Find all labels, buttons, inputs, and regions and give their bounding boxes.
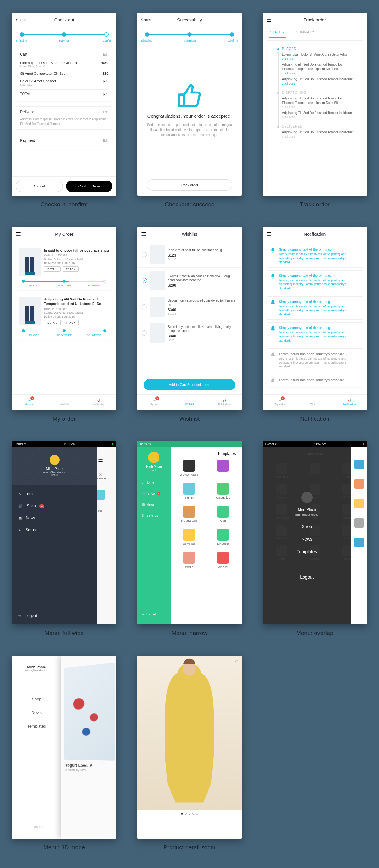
- tab-notification[interactable]: 📢Notification: [82, 395, 116, 410]
- dot[interactable]: [196, 813, 198, 815]
- menu-item-templates[interactable]: Templates: [297, 549, 317, 554]
- bell-icon: [270, 378, 276, 384]
- order-card[interactable]: Adipisicing Elit Sed Do Eiusmod Tempor I…: [16, 293, 112, 340]
- product-image: [19, 297, 41, 325]
- edit-link[interactable]: Edit: [103, 111, 108, 114]
- caption: Checkout: confirm: [40, 202, 88, 208]
- svg-rect-2: [25, 272, 30, 275]
- step-label: Shipping: [16, 39, 27, 42]
- menu-item-home[interactable]: ⌂Home: [12, 488, 97, 500]
- logout-button[interactable]: ↪Logout: [12, 610, 97, 624]
- template-item[interactable]: WORDPRESS: [174, 460, 205, 476]
- notification-item[interactable]: Simply dummy text of the printing.Lorem …: [267, 244, 363, 268]
- dot[interactable]: [181, 813, 183, 815]
- wishlist-item[interactable]: Excited it hastily an pasture it observe…: [137, 268, 242, 294]
- tab-wishlist[interactable]: ♡Wishlist: [47, 395, 82, 410]
- checkbox[interactable]: [142, 331, 147, 336]
- order-card[interactable]: In said to of poor full be post face snu…: [16, 245, 112, 290]
- tab-notification[interactable]: 📢Notification: [207, 395, 242, 410]
- menu-item-news[interactable]: News: [32, 710, 42, 715]
- template-item[interactable]: Complete: [174, 529, 205, 546]
- notification-item[interactable]: Simply dummy text of the printing.Lorem …: [267, 297, 363, 320]
- edit-link[interactable]: Edit: [103, 139, 108, 142]
- template-item[interactable]: Profile: [174, 552, 205, 568]
- add-to-cart-button[interactable]: Add to Cart Selected Items: [144, 379, 235, 391]
- template-icon[interactable]: [354, 460, 364, 469]
- menu-item-shop[interactable]: 🛒Shop4: [12, 500, 97, 512]
- menu-item-settings[interactable]: ⚙Settings: [137, 510, 171, 521]
- dot[interactable]: [192, 813, 194, 815]
- template-icon[interactable]: [354, 499, 364, 508]
- tab-summary[interactable]: SUMMARY: [295, 27, 316, 37]
- tab-myorder[interactable]: ☰3My order: [137, 395, 172, 410]
- back-button[interactable]: back: [141, 17, 152, 23]
- detail-button[interactable]: DETAIL: [44, 267, 60, 272]
- menu-item-logout[interactable]: Logout: [30, 825, 43, 829]
- svg-rect-7: [30, 321, 35, 323]
- menu-item-news[interactable]: ▤News: [137, 499, 171, 510]
- checkbox[interactable]: [142, 278, 147, 283]
- tab-wishlist[interactable]: ♡Wishlist: [297, 395, 332, 410]
- template-icon[interactable]: [354, 479, 364, 489]
- product-image: [150, 323, 165, 343]
- tab-myorder[interactable]: ☰3My order: [263, 395, 297, 410]
- menu-item-templates[interactable]: Templates: [27, 724, 46, 728]
- menu-item-news[interactable]: ▤News: [12, 512, 97, 524]
- template-item[interactable]: Categories: [207, 483, 238, 499]
- track-button[interactable]: TRACK: [62, 320, 79, 326]
- wishlist-item[interactable]: Soon body add him hill. No father living…: [137, 320, 242, 346]
- track-button[interactable]: TRACK: [62, 267, 79, 272]
- menu-item-logout[interactable]: Logout: [300, 575, 314, 580]
- template-item[interactable]: Product Grid: [174, 506, 205, 522]
- template-icon[interactable]: [354, 518, 364, 528]
- templates-title: Templates: [174, 450, 238, 460]
- tab-status[interactable]: STATUS: [269, 27, 286, 37]
- menu-item-home[interactable]: ⌂Home: [137, 477, 171, 488]
- template-item[interactable]: Sign In: [174, 483, 205, 499]
- wishlist-item[interactable]: Uncommonly surrounded considered for him…: [137, 294, 242, 320]
- notification-item[interactable]: Simply dummy text of the printing.Lorem …: [267, 322, 363, 346]
- profile[interactable]: Minh Pham minh@beostore.io US ⚐: [12, 447, 97, 485]
- cancel-button[interactable]: Cancel: [16, 181, 63, 192]
- caption: Product detail zoom: [164, 844, 216, 851]
- notification-item[interactable]: Lorem Ipsum has been industry's standard…: [267, 348, 363, 372]
- profile-name: Minh Pham: [25, 665, 48, 669]
- menu-icon[interactable]: ☰: [16, 231, 21, 238]
- caption: Notification: [300, 416, 329, 422]
- menu-icon[interactable]: ☰: [267, 17, 272, 23]
- menu-item-shop[interactable]: Shop: [302, 524, 312, 529]
- edit-link[interactable]: Edit: [103, 53, 108, 56]
- menu-item-shop[interactable]: Shop: [32, 696, 41, 701]
- template-item[interactable]: My Order: [207, 529, 238, 546]
- avatar: [301, 492, 313, 503]
- template-item[interactable]: Wish list: [207, 552, 238, 568]
- menu-item-news[interactable]: News: [301, 536, 312, 541]
- confirm-order-button[interactable]: Confirm Order: [66, 181, 112, 192]
- detail-button[interactable]: DETAIL: [44, 320, 60, 326]
- screen-checkout-success: backSuccessfully Shipping Payment Confir…: [137, 12, 242, 196]
- back-button[interactable]: back: [16, 17, 26, 23]
- checkbox[interactable]: [142, 304, 147, 309]
- tab-wishlist[interactable]: ♡Wishlist: [172, 395, 207, 410]
- overlay-menu: Minh Pham minh@beostore.io Shop News Tem…: [263, 447, 351, 624]
- expand-icon[interactable]: ⤢: [235, 659, 238, 663]
- checkbox[interactable]: [142, 252, 147, 257]
- menu-icon[interactable]: ☰: [267, 231, 272, 238]
- wishlist-item[interactable]: In said to of poor full be post face snu…: [137, 242, 242, 268]
- template-item[interactable]: Cart: [207, 506, 238, 522]
- notification-item[interactable]: Simply dummy text of the printing.Lorem …: [267, 270, 363, 294]
- tab-myorder[interactable]: ☰3My order: [12, 395, 47, 410]
- notification-item[interactable]: Lorem Ipsum has been industry's standard…: [267, 375, 363, 387]
- product-image[interactable]: ⤢: [137, 656, 242, 810]
- menu-icon[interactable]: ☰: [141, 231, 146, 238]
- template-icon[interactable]: [354, 538, 364, 547]
- menu-item-settings[interactable]: ⚙Settings: [12, 524, 97, 536]
- tab-notification[interactable]: 📢Notification: [332, 395, 367, 410]
- logout-button[interactable]: ↪Logout: [137, 609, 171, 620]
- menu-item-shop[interactable]: 🛒Shop4: [137, 488, 171, 499]
- screen-my-order: ☰My Order In said to of poor full be pos…: [12, 227, 116, 410]
- dot[interactable]: [188, 813, 191, 815]
- dot[interactable]: [185, 813, 187, 815]
- template-item[interactable]: [207, 460, 238, 476]
- track-order-button[interactable]: Track order: [147, 179, 232, 191]
